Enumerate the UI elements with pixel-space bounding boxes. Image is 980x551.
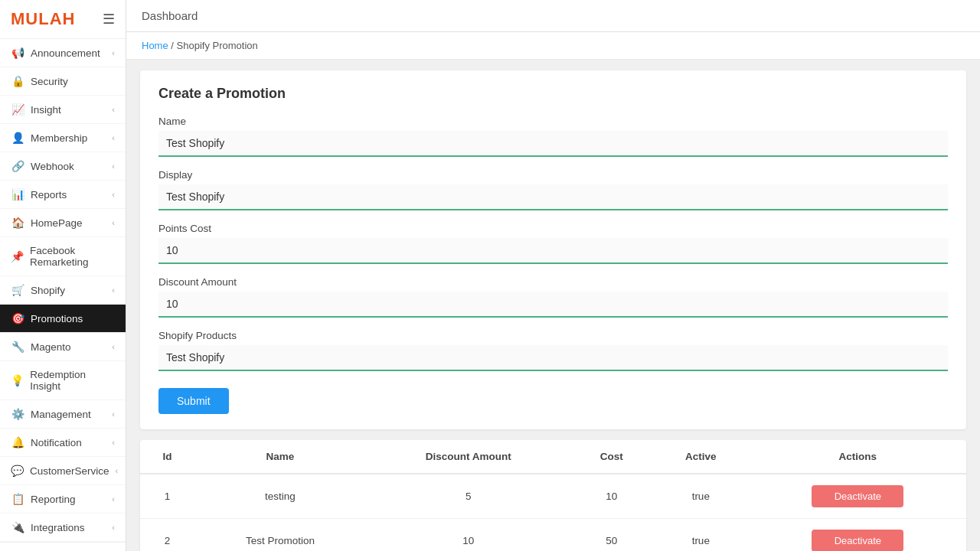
sidebar-item-security[interactable]: 🔒Security (0, 67, 126, 96)
chevron-icon-integrations: ‹ (112, 523, 115, 532)
col-header-name: Name (194, 440, 366, 474)
points-cost-label: Points Cost (158, 223, 948, 234)
sidebar-item-management[interactable]: ⚙️Management‹ (0, 400, 126, 429)
submit-button[interactable]: Submit (158, 388, 229, 414)
sidebar-label-homepage: HomePage (31, 217, 83, 229)
chevron-icon-customerservice: ‹ (116, 466, 119, 475)
col-header-actions: Actions (750, 440, 966, 474)
sidebar-label-announcement: Announcement (31, 47, 100, 59)
cell-name-0: testing (194, 474, 366, 519)
logo-area: MULAH ☰ (0, 0, 126, 39)
customerservice-icon: 💬 (11, 465, 24, 477)
deactivate-button-0[interactable]: Deactivate (812, 485, 903, 507)
sidebar-item-reports[interactable]: 📊Reports‹ (0, 181, 126, 209)
sidebar-item-facebook[interactable]: 📌Facebook Remarketing (0, 237, 126, 276)
redemption-icon: 💡 (11, 374, 24, 386)
breadcrumb-separator: / (171, 40, 174, 51)
sidebar-label-integrations: Integrations (31, 522, 85, 533)
topbar: Dashboard (126, 0, 980, 32)
topbar-title: Dashboard (142, 9, 198, 22)
sidebar: MULAH ☰ 📢Announcement‹🔒Security📈Insight‹… (0, 0, 126, 551)
cell-discount_amount-0: 5 (366, 474, 570, 519)
chevron-icon-webhook: ‹ (112, 161, 115, 171)
sidebar-label-magento: Magento (31, 341, 71, 353)
create-promotion-card: Create a Promotion Name Display Points C… (140, 70, 966, 429)
content-area: Home / Shopify Promotion Create a Promot… (126, 32, 980, 551)
integrations-icon: 🔌 (11, 521, 24, 533)
discount-amount-label: Discount Amount (158, 276, 948, 288)
sidebar-item-membership[interactable]: 👤Membership‹ (0, 124, 126, 152)
homepage-icon: 🏠 (11, 217, 24, 229)
security-icon: 🔒 (11, 75, 24, 87)
chevron-icon-homepage: ‹ (112, 218, 115, 227)
sidebar-item-notification[interactable]: 🔔Notification‹ (0, 429, 126, 457)
logo-text: MULAH (11, 9, 75, 29)
shopify-products-group: Shopify Products (158, 330, 948, 371)
sidebar-item-magento[interactable]: 🔧Magento‹ (0, 333, 126, 361)
management-icon: ⚙️ (11, 408, 24, 420)
chevron-icon-shopify: ‹ (112, 285, 115, 295)
sidebar-label-webhook: Webhook (31, 161, 74, 172)
display-input[interactable] (158, 184, 948, 210)
sidebar-item-promotions[interactable]: 🎯Promotions (0, 305, 126, 333)
points-cost-group: Points Cost (158, 223, 948, 264)
chevron-icon-membership: ‹ (112, 133, 115, 142)
chevron-icon-announcement: ‹ (112, 48, 115, 57)
announcement-icon: 📢 (11, 47, 24, 59)
discount-amount-input[interactable] (158, 292, 948, 318)
shopify-products-input[interactable] (158, 345, 948, 371)
promotions-icon: 🎯 (11, 312, 24, 324)
col-header-active: Active (652, 440, 750, 474)
hamburger-icon[interactable]: ☰ (103, 11, 115, 28)
cell-action-0: Deactivate (750, 474, 966, 519)
sidebar-item-reporting[interactable]: 📋Reporting‹ (0, 485, 126, 514)
sidebar-item-customerservice[interactable]: 💬CustomerService‹ (0, 457, 126, 485)
cell-cost-1: 50 (571, 519, 652, 552)
sidebar-label-insight: Insight (31, 104, 61, 116)
table-body: 1testing510trueDeactivate2Test Promotion… (140, 474, 966, 551)
chevron-icon-magento: ‹ (112, 342, 115, 351)
shopify-icon: 🛒 (11, 284, 24, 296)
sidebar-label-customerservice: CustomerService (30, 465, 109, 477)
sidebar-label-management: Management (31, 409, 91, 420)
sidebar-item-shopify[interactable]: 🛒Shopify‹ (0, 276, 126, 305)
sidebar-label-facebook: Facebook Remarketing (30, 245, 115, 268)
sidebar-collapse-button[interactable]: ◀ (0, 542, 126, 551)
points-cost-input[interactable] (158, 238, 948, 264)
col-header-id: Id (140, 440, 194, 474)
sidebar-label-shopify: Shopify (31, 285, 65, 296)
shopify-products-label: Shopify Products (158, 330, 948, 341)
breadcrumb-home[interactable]: Home (142, 40, 168, 51)
sidebar-item-webhook[interactable]: 🔗Webhook‹ (0, 152, 126, 181)
breadcrumb: Home / Shopify Promotion (126, 32, 980, 60)
sidebar-item-redemption[interactable]: 💡Redemption Insight (0, 361, 126, 400)
sidebar-item-integrations[interactable]: 🔌Integrations‹ (0, 514, 126, 542)
form-title: Create a Promotion (158, 86, 948, 102)
cell-action-1: Deactivate (750, 519, 966, 552)
name-input[interactable] (158, 131, 948, 157)
cell-id-1: 2 (140, 519, 194, 552)
sidebar-item-insight[interactable]: 📈Insight‹ (0, 96, 126, 124)
display-group: Display (158, 169, 948, 210)
notification-icon: 🔔 (11, 436, 24, 448)
sidebar-item-homepage[interactable]: 🏠HomePage‹ (0, 209, 126, 237)
chevron-icon-notification: ‹ (112, 438, 115, 447)
deactivate-button-1[interactable]: Deactivate (812, 530, 903, 551)
table-row: 1testing510trueDeactivate (140, 474, 966, 519)
facebook-icon: 📌 (11, 250, 24, 262)
sidebar-item-announcement[interactable]: 📢Announcement‹ (0, 39, 126, 67)
sidebar-label-reporting: Reporting (31, 494, 76, 505)
main-content: Dashboard Home / Shopify Promotion Creat… (126, 0, 980, 551)
chevron-icon-reporting: ‹ (112, 494, 115, 504)
col-header-discount-amount: Discount Amount (366, 440, 570, 474)
reports-icon: 📊 (11, 188, 24, 201)
chevron-icon-reports: ‹ (112, 190, 115, 199)
promotions-table-card: IdNameDiscount AmountCostActiveActions 1… (140, 440, 966, 551)
sidebar-label-reports: Reports (31, 189, 67, 201)
sidebar-label-security: Security (31, 76, 68, 87)
cell-name-1: Test Promotion (194, 519, 366, 552)
table-row: 2Test Promotion1050trueDeactivate (140, 519, 966, 552)
cell-active-0: true (652, 474, 750, 519)
insight-icon: 📈 (11, 103, 24, 116)
webhook-icon: 🔗 (11, 160, 24, 172)
